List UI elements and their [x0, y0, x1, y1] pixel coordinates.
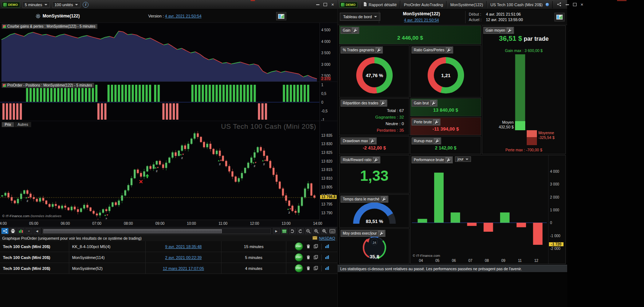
chart-style-icon[interactable] [17, 228, 24, 234]
undo-icon[interactable] [289, 228, 296, 234]
tab-autres[interactable]: Autres [14, 122, 31, 127]
wrench-icon[interactable] [378, 231, 384, 236]
tab-prix[interactable]: Prix [1, 122, 14, 127]
tab-proorder-autotrading[interactable]: ProOrder AutoTrading [400, 1, 447, 8]
version-date-link[interactable]: 4 avr. 2021 21:50:54 [165, 14, 201, 18]
info-icon[interactable]: i [83, 2, 89, 8]
close-button[interactable]: × [331, 3, 334, 7]
dashboard-menu-button[interactable]: Tableau de bord [340, 13, 380, 21]
row-date-link[interactable]: 12 mars 2021 17:07:05 [163, 266, 204, 271]
maximize-button[interactable] [323, 3, 327, 6]
system-name: MonSystème(122) [43, 13, 80, 19]
delete-button[interactable] [306, 244, 310, 249]
wrench-icon[interactable] [446, 47, 452, 53]
scroll-far-left-button[interactable]: « [25, 228, 32, 234]
redo-icon[interactable] [297, 228, 304, 234]
gear-icon[interactable] [35, 13, 41, 19]
start-button[interactable]: START [295, 253, 303, 262]
share-gray-icon[interactable] [557, 1, 561, 8]
chart-scrollbar[interactable] [42, 228, 271, 234]
report-icon[interactable] [554, 13, 565, 21]
report-system-date-link[interactable]: 4 avr. 2021 21:50:54 [404, 18, 439, 22]
left-toolbar: DEMO 5 minutes 100 unités i × [0, 0, 337, 9]
calendar-icon[interactable] [281, 228, 288, 234]
report-icon[interactable] [276, 12, 286, 20]
wrench-icon[interactable] [445, 157, 452, 163]
open-chart-button[interactable] [325, 244, 329, 249]
desktop-artifact [617, 0, 627, 1]
share-icon[interactable] [1, 228, 8, 234]
zoom-in-icon[interactable] [313, 228, 320, 234]
svg-text:2: 2 [219, 163, 221, 166]
maximize-button[interactable] [573, 3, 577, 6]
win-rate-donut: 47,76 % [356, 57, 393, 93]
date-label: 07 [468, 259, 472, 263]
wrench-icon[interactable] [373, 157, 379, 163]
wrench-icon[interactable] [376, 47, 382, 53]
wrench-icon[interactable] [434, 138, 440, 144]
axis-label: -1 000 [550, 234, 560, 238]
wrench-icon[interactable] [507, 28, 513, 33]
drawdown-panel: Drawdown max -2 412,00 $ [339, 136, 409, 154]
ratio-donut: 1,21 [428, 57, 464, 93]
equity-y-axis: 4 5004 0003 5003 0002 5002 370 [319, 23, 337, 82]
keyboard-icon[interactable] [329, 228, 336, 234]
row-date-cell: 12 mars 2021 17:07:05 [146, 263, 221, 274]
drawdown-header: Drawdown max [341, 137, 377, 144]
wrench-icon[interactable] [369, 138, 376, 144]
report-start-date: 4 avr. 2021 21:51:06 [486, 12, 521, 16]
report-dates: Début : 4 avr. 2021 21:51:06 Actuel : 12… [469, 12, 545, 23]
date-label: 05 [435, 259, 439, 263]
open-chart-button[interactable] [325, 266, 329, 271]
scrollbar-thumb[interactable] [43, 229, 222, 233]
temps-marche-panel: Temps dans le marché 83,51 % [339, 194, 409, 228]
start-button[interactable]: START [295, 242, 303, 251]
close-button[interactable]: × [581, 3, 584, 7]
duplicate-button[interactable] [314, 255, 318, 260]
tab-monsyst-me-122-[interactable]: MonSystème(122) [447, 1, 487, 8]
demo-badge: DEMO [2, 2, 20, 8]
row-system-name: MonSystème(52) [69, 263, 146, 274]
zoom-reset-icon[interactable] [321, 228, 328, 234]
units-value: 100 unités [55, 3, 73, 7]
demo-label: DEMO [346, 3, 356, 7]
timeframe-select[interactable]: 5 minutes [22, 1, 50, 8]
duplicate-button[interactable] [314, 266, 318, 271]
axis-label: -2 000 [550, 247, 560, 251]
runup-panel: Runup max 2 142,00 $ [410, 136, 481, 154]
chevron-down-icon [374, 16, 377, 17]
period-select[interactable]: jour [455, 156, 471, 162]
envelope-icon[interactable] [313, 236, 317, 240]
tab-us-tech-100-cash-mini-20-[interactable]: US Tech 100 Cash (Mini 20$) [487, 1, 552, 8]
axis-label: 4 500 [321, 28, 330, 32]
row-date-link[interactable]: 9 avr. 2021 18:35:48 [165, 244, 201, 249]
wrench-icon[interactable] [380, 100, 386, 106]
zoom-out-icon[interactable] [305, 228, 312, 234]
wrench-icon[interactable] [430, 100, 436, 106]
time-label: 13:00 [282, 222, 291, 226]
minimize-button[interactable] [566, 4, 569, 5]
proorder-caption-bar: Graphique ProOrder (uniquement pour voir… [0, 235, 337, 241]
delete-button[interactable] [306, 255, 310, 260]
tab-rapport-d-taill-[interactable]: Rapport détaillé [360, 1, 400, 8]
print-icon[interactable] [9, 228, 16, 234]
duplicate-button[interactable] [314, 244, 318, 249]
scroll-right-button[interactable]: ▶ [273, 228, 280, 234]
row-date-link[interactable]: 2 avr. 2021 00:22:39 [165, 255, 201, 260]
units-select[interactable]: 100 unités [52, 1, 81, 8]
chevron-down-icon [75, 4, 78, 5]
nasdaq-link[interactable]: NASDAQ [319, 236, 335, 240]
delete-button[interactable] [306, 266, 310, 271]
last-price-badge: 13 798,8 [320, 195, 337, 199]
open-chart-button[interactable] [325, 255, 329, 260]
version-info: Version : 4 avr. 2021 21:50:54 [129, 14, 220, 18]
start-button[interactable]: START [295, 264, 303, 272]
trades-gagnants-panel: % Trades gagnants 47,76 % [339, 45, 409, 97]
scroll-left-button[interactable]: ◀ [34, 228, 40, 234]
minimize-button[interactable] [316, 4, 319, 5]
wrench-icon[interactable] [381, 196, 387, 202]
wrench-icon[interactable] [433, 119, 439, 125]
price-x-axis: 04:0005:0006:0007:0008:0009:0010:0011:00… [0, 220, 320, 227]
time-in-market-gauge: 83,51 % [351, 200, 398, 226]
wrench-icon[interactable] [352, 28, 358, 33]
